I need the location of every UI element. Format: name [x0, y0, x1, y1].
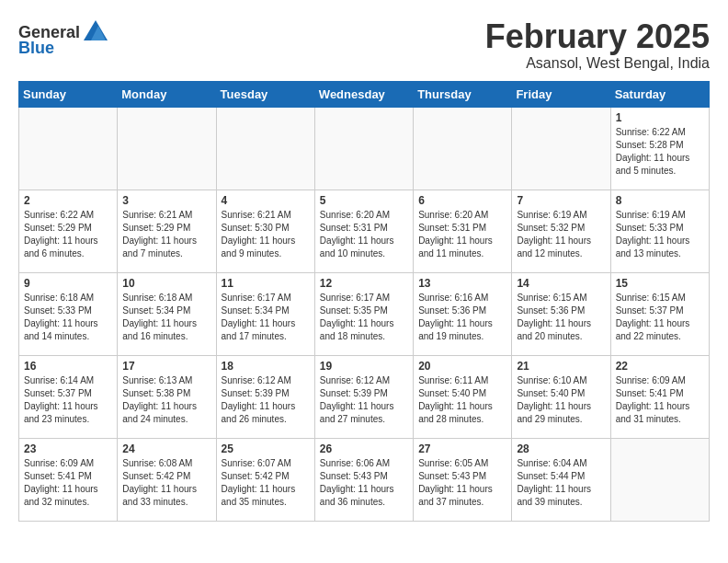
day-info: Sunrise: 6:07 AMSunset: 5:42 PMDaylight:… [222, 457, 310, 509]
day-number: 19 [320, 360, 408, 373]
day-number: 16 [24, 360, 112, 373]
table-row: 7Sunrise: 6:19 AMSunset: 5:32 PMDaylight… [512, 190, 610, 272]
table-row: 26Sunrise: 6:06 AMSunset: 5:43 PMDayligh… [314, 438, 413, 521]
table-row: 23Sunrise: 6:09 AMSunset: 5:41 PMDayligh… [19, 438, 118, 521]
table-row: 28Sunrise: 6:04 AMSunset: 5:44 PMDayligh… [512, 438, 610, 521]
day-number: 28 [517, 442, 605, 455]
table-row: 24Sunrise: 6:08 AMSunset: 5:42 PMDayligh… [118, 438, 216, 521]
table-row: 5Sunrise: 6:20 AMSunset: 5:31 PMDaylight… [314, 190, 413, 272]
day-number: 8 [616, 194, 704, 207]
col-tuesday: Tuesday [216, 81, 314, 107]
day-info: Sunrise: 6:18 AMSunset: 5:34 PMDaylight:… [122, 292, 210, 343]
col-wednesday: Wednesday [314, 81, 413, 107]
day-info: Sunrise: 6:20 AMSunset: 5:31 PMDaylight:… [418, 209, 506, 260]
day-info: Sunrise: 6:05 AMSunset: 5:43 PMDaylight:… [418, 457, 506, 509]
day-number: 15 [616, 277, 704, 290]
table-row [19, 107, 118, 190]
table-row: 12Sunrise: 6:17 AMSunset: 5:35 PMDayligh… [314, 272, 413, 355]
day-number: 22 [616, 360, 704, 373]
day-number: 7 [517, 194, 605, 207]
table-row: 27Sunrise: 6:05 AMSunset: 5:43 PMDayligh… [414, 438, 512, 521]
table-row: 25Sunrise: 6:07 AMSunset: 5:42 PMDayligh… [216, 438, 314, 521]
day-info: Sunrise: 6:15 AMSunset: 5:37 PMDaylight:… [616, 292, 704, 343]
logo-blue-text: Blue [18, 39, 54, 58]
table-row: 11Sunrise: 6:17 AMSunset: 5:34 PMDayligh… [216, 272, 314, 355]
day-number: 2 [24, 194, 112, 207]
month-title: February 2025 [485, 18, 710, 55]
table-row: 15Sunrise: 6:15 AMSunset: 5:37 PMDayligh… [610, 272, 709, 355]
day-info: Sunrise: 6:17 AMSunset: 5:34 PMDaylight:… [222, 292, 310, 343]
table-row: 16Sunrise: 6:14 AMSunset: 5:37 PMDayligh… [19, 355, 118, 438]
table-row: 21Sunrise: 6:10 AMSunset: 5:40 PMDayligh… [512, 355, 610, 438]
day-number: 23 [24, 442, 112, 455]
day-info: Sunrise: 6:19 AMSunset: 5:32 PMDaylight:… [517, 209, 605, 260]
table-row: 1Sunrise: 6:22 AMSunset: 5:28 PMDaylight… [610, 107, 709, 190]
day-number: 14 [517, 277, 605, 290]
day-number: 1 [616, 111, 704, 124]
day-number: 18 [222, 360, 310, 373]
day-number: 20 [418, 360, 506, 373]
day-info: Sunrise: 6:12 AMSunset: 5:39 PMDaylight:… [320, 374, 408, 426]
day-number: 11 [222, 277, 310, 290]
day-info: Sunrise: 6:11 AMSunset: 5:40 PMDaylight:… [418, 374, 506, 426]
calendar-header-row: Sunday Monday Tuesday Wednesday Thursday… [19, 81, 710, 107]
table-row [610, 438, 709, 521]
location: Asansol, West Bengal, India [485, 55, 710, 72]
calendar-week-row: 16Sunrise: 6:14 AMSunset: 5:37 PMDayligh… [19, 355, 710, 438]
day-info: Sunrise: 6:17 AMSunset: 5:35 PMDaylight:… [320, 292, 408, 343]
table-row [314, 107, 413, 190]
day-info: Sunrise: 6:04 AMSunset: 5:44 PMDaylight:… [517, 457, 605, 509]
day-info: Sunrise: 6:10 AMSunset: 5:40 PMDaylight:… [517, 374, 605, 426]
table-row [216, 107, 314, 190]
table-row: 9Sunrise: 6:18 AMSunset: 5:33 PMDaylight… [19, 272, 118, 355]
table-row: 20Sunrise: 6:11 AMSunset: 5:40 PMDayligh… [414, 355, 512, 438]
day-info: Sunrise: 6:18 AMSunset: 5:33 PMDaylight:… [24, 292, 112, 343]
table-row: 18Sunrise: 6:12 AMSunset: 5:39 PMDayligh… [216, 355, 314, 438]
day-info: Sunrise: 6:13 AMSunset: 5:38 PMDaylight:… [122, 374, 210, 426]
day-info: Sunrise: 6:09 AMSunset: 5:41 PMDaylight:… [616, 374, 704, 426]
day-number: 10 [122, 277, 210, 290]
table-row: 3Sunrise: 6:21 AMSunset: 5:29 PMDaylight… [118, 190, 216, 272]
day-info: Sunrise: 6:21 AMSunset: 5:30 PMDaylight:… [222, 209, 310, 260]
table-row: 6Sunrise: 6:20 AMSunset: 5:31 PMDaylight… [414, 190, 512, 272]
logo-icon [82, 18, 109, 46]
day-info: Sunrise: 6:14 AMSunset: 5:37 PMDaylight:… [24, 374, 112, 426]
table-row [414, 107, 512, 190]
table-row: 8Sunrise: 6:19 AMSunset: 5:33 PMDaylight… [610, 190, 709, 272]
calendar-week-row: 23Sunrise: 6:09 AMSunset: 5:41 PMDayligh… [19, 438, 710, 521]
day-info: Sunrise: 6:21 AMSunset: 5:29 PMDaylight:… [122, 209, 210, 260]
day-number: 4 [222, 194, 310, 207]
day-info: Sunrise: 6:22 AMSunset: 5:29 PMDaylight:… [24, 209, 112, 260]
day-number: 26 [320, 442, 408, 455]
col-thursday: Thursday [414, 81, 512, 107]
calendar-week-row: 2Sunrise: 6:22 AMSunset: 5:29 PMDaylight… [19, 190, 710, 272]
header: General Blue February 2025 Asansol, West… [18, 18, 710, 72]
day-info: Sunrise: 6:16 AMSunset: 5:36 PMDaylight:… [418, 292, 506, 343]
day-number: 27 [418, 442, 506, 455]
table-row [118, 107, 216, 190]
day-info: Sunrise: 6:08 AMSunset: 5:42 PMDaylight:… [122, 457, 210, 509]
table-row: 10Sunrise: 6:18 AMSunset: 5:34 PMDayligh… [118, 272, 216, 355]
table-row: 22Sunrise: 6:09 AMSunset: 5:41 PMDayligh… [610, 355, 709, 438]
table-row: 4Sunrise: 6:21 AMSunset: 5:30 PMDaylight… [216, 190, 314, 272]
day-info: Sunrise: 6:15 AMSunset: 5:36 PMDaylight:… [517, 292, 605, 343]
col-saturday: Saturday [610, 81, 709, 107]
day-number: 13 [418, 277, 506, 290]
day-number: 3 [122, 194, 210, 207]
day-number: 25 [222, 442, 310, 455]
day-number: 12 [320, 277, 408, 290]
table-row: 19Sunrise: 6:12 AMSunset: 5:39 PMDayligh… [314, 355, 413, 438]
table-row: 13Sunrise: 6:16 AMSunset: 5:36 PMDayligh… [414, 272, 512, 355]
calendar: Sunday Monday Tuesday Wednesday Thursday… [18, 81, 710, 522]
col-monday: Monday [118, 81, 216, 107]
day-info: Sunrise: 6:19 AMSunset: 5:33 PMDaylight:… [616, 209, 704, 260]
day-info: Sunrise: 6:09 AMSunset: 5:41 PMDaylight:… [24, 457, 112, 509]
day-number: 9 [24, 277, 112, 290]
col-friday: Friday [512, 81, 610, 107]
day-number: 21 [517, 360, 605, 373]
day-info: Sunrise: 6:06 AMSunset: 5:43 PMDaylight:… [320, 457, 408, 509]
table-row: 14Sunrise: 6:15 AMSunset: 5:36 PMDayligh… [512, 272, 610, 355]
table-row: 17Sunrise: 6:13 AMSunset: 5:38 PMDayligh… [118, 355, 216, 438]
day-number: 17 [122, 360, 210, 373]
day-number: 5 [320, 194, 408, 207]
